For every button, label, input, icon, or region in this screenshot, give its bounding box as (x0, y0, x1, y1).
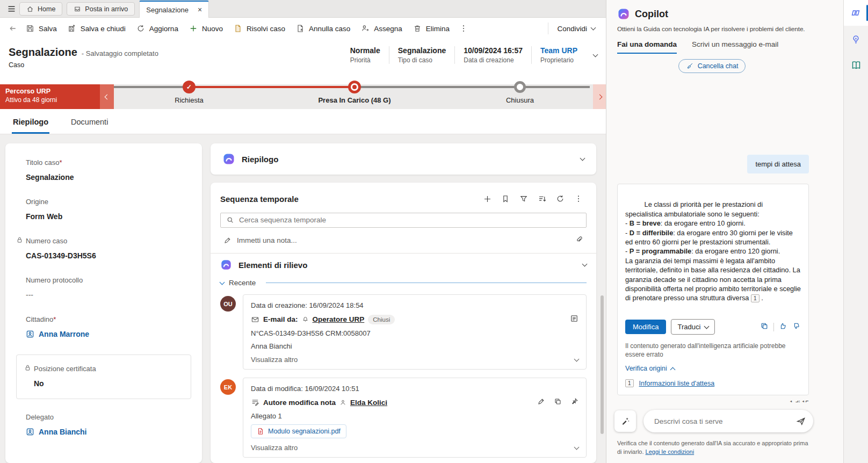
timeline-search-box[interactable] (220, 213, 587, 228)
pin-note-button[interactable] (570, 397, 578, 407)
priority-value: Normale (350, 46, 380, 55)
rail-copilot-button[interactable] (844, 0, 868, 26)
tab-ask-question[interactable]: Fai una domanda (617, 40, 677, 54)
numero-protocollo-value[interactable]: --- (26, 291, 191, 299)
attachment-chip[interactable]: Modulo segnalazioni.pdf (251, 424, 346, 438)
inline-citation-ref[interactable]: 1 (751, 294, 760, 302)
copilot-input[interactable] (654, 417, 792, 425)
terms-link[interactable]: Leggi le condizioni (646, 448, 695, 455)
trash-icon (413, 24, 422, 33)
timeline-entry-card[interactable]: Data di creazione: 16/09/2024 18:54 E-ma… (243, 294, 587, 370)
save-and-close-button[interactable]: Salva e chiudi (62, 20, 131, 37)
stage-richiesta-label[interactable]: Richiesta (175, 96, 203, 104)
collapse-group-chevron-icon[interactable] (220, 279, 225, 285)
traduci-button[interactable]: Traduci (671, 319, 715, 335)
add-record-button[interactable] (479, 191, 495, 206)
header-expand-chevron-icon[interactable] (593, 52, 598, 57)
verify-sources-toggle[interactable]: Verifica origini (625, 365, 801, 372)
bookmark-button[interactable] (497, 191, 513, 206)
stage-chiusura-dot[interactable] (514, 81, 526, 93)
command-overflow-button[interactable] (455, 20, 472, 37)
copilot-input-box[interactable] (643, 410, 813, 432)
tab-documenti[interactable]: Documenti (70, 118, 109, 134)
thumbs-up-icon (779, 322, 787, 330)
titolo-caso-value[interactable]: Segnalazione (26, 173, 191, 182)
copy-response-button[interactable] (760, 322, 769, 332)
new-button[interactable]: Nuovo (184, 20, 228, 37)
save-button[interactable]: Salva (20, 20, 62, 37)
delete-button[interactable]: Elimina (408, 20, 455, 37)
queue-icon (302, 316, 309, 323)
bpf-collapse-button[interactable] (100, 84, 114, 109)
attach-file-button[interactable] (575, 235, 583, 245)
back-button[interactable] (5, 20, 20, 37)
stage-presa-in-carico-label[interactable]: Presa In Carico (48 G) (318, 96, 390, 104)
refresh-button[interactable]: Aggiorna (131, 20, 184, 37)
modifica-button[interactable]: Modifica (625, 320, 666, 334)
send-button[interactable] (796, 416, 806, 426)
view-more-label: Visualizza altro (251, 444, 298, 452)
rail-suggestions-button[interactable] (844, 26, 868, 52)
center-column: Riepilogo Sequenza temporale (211, 143, 596, 463)
copilot-summary-section: Riepilogo (211, 143, 596, 175)
tab-segnalazione-label: Segnalazione (146, 6, 189, 14)
stage-presa-in-carico-dot[interactable] (348, 81, 361, 93)
open-record-button[interactable] (570, 314, 578, 324)
entry-actor-link[interactable]: Elda Kolici (350, 399, 387, 407)
owner-link[interactable]: Team URP (540, 46, 577, 55)
case-type-label: Tipo di caso (398, 56, 446, 64)
command-bar: Salva Salva e chiudi Aggiorna Nuovo Riso… (0, 18, 606, 39)
hamburger-menu-button[interactable] (3, 1, 19, 17)
highlights-title: Elementi di rilievo (238, 261, 307, 270)
timeline-entry-card[interactable]: Data di modifica: 16/09/2024 10:51 Autor… (243, 378, 587, 458)
citation-link[interactable]: Informazioni liste d'attesa (639, 380, 715, 387)
bpf-next-button[interactable] (593, 84, 606, 109)
clear-chat-button[interactable]: Cancella chat (678, 59, 746, 73)
details-card: Titolo caso* Segnalazione Origine Form W… (5, 143, 202, 463)
copilot-subtitle: Ottieni la Guida con tecnologia IA per r… (617, 25, 833, 33)
note-input-row[interactable]: Immetti una nota... (220, 232, 587, 249)
tab-inbox[interactable]: Posta in arrivo (67, 2, 135, 16)
main-area: Home Posta in arrivo Segnalazione × Salv… (0, 0, 606, 463)
delegato-label: Delegato (26, 413, 191, 421)
entity-type-label: Caso (9, 61, 158, 69)
assign-button[interactable]: Assegna (356, 20, 408, 37)
cittadino-link[interactable]: Anna Marrone (39, 330, 89, 338)
required-asterisk: * (53, 315, 56, 323)
stage-richiesta-dot[interactable]: ✓ (183, 81, 196, 93)
chevron-down-icon[interactable] (582, 262, 588, 267)
bpf-process-name: Percorso URP (5, 88, 95, 95)
edit-note-button[interactable] (537, 397, 545, 407)
tab-home[interactable]: Home (19, 2, 62, 16)
timeline-more-button[interactable] (570, 191, 587, 206)
filter-button[interactable] (516, 191, 532, 206)
stage-chiusura-label[interactable]: Chiusura (506, 96, 534, 104)
created-on-value: 10/09/2024 16:57 (464, 46, 523, 55)
view-more-button[interactable]: Visualizza altro (251, 356, 578, 364)
tab-segnalazione[interactable]: Segnalazione × (139, 1, 209, 18)
origine-value[interactable]: Form Web (26, 212, 191, 221)
resolve-case-button[interactable]: Risolvi caso (228, 20, 291, 37)
delegato-link[interactable]: Anna Bianchi (39, 428, 86, 436)
chevron-down-icon[interactable] (580, 156, 585, 161)
sort-button[interactable] (534, 191, 550, 206)
share-button[interactable]: Condividi (552, 21, 601, 37)
copy-note-button[interactable] (554, 397, 562, 407)
rail-knowledge-button[interactable] (844, 52, 868, 78)
page-title: Segnalazione (9, 46, 77, 59)
thumbs-up-button[interactable] (779, 322, 787, 332)
thumbs-down-button[interactable] (792, 322, 801, 332)
tab-riepilogo[interactable]: Riepilogo (12, 118, 49, 134)
lock-icon (16, 236, 23, 243)
main-scrollbar[interactable] (601, 295, 604, 434)
refresh-timeline-button[interactable] (552, 191, 568, 206)
cancel-case-button[interactable]: Annulla caso (291, 20, 356, 37)
view-more-button[interactable]: Visualizza altro (251, 444, 578, 452)
entry-date-line: Data di modifica: 16/09/2024 10:51 (251, 385, 578, 393)
entry-actor-link[interactable]: Operatore URP (313, 315, 365, 323)
copilot-footer: Verifica che il contenuto generato dall'… (617, 439, 813, 457)
prompt-suggestions-button[interactable] (614, 410, 636, 432)
close-tab-icon[interactable]: × (198, 6, 202, 13)
search-input[interactable] (239, 216, 581, 224)
tab-write-email[interactable]: Scrivi un messaggio e-mail (692, 40, 778, 54)
